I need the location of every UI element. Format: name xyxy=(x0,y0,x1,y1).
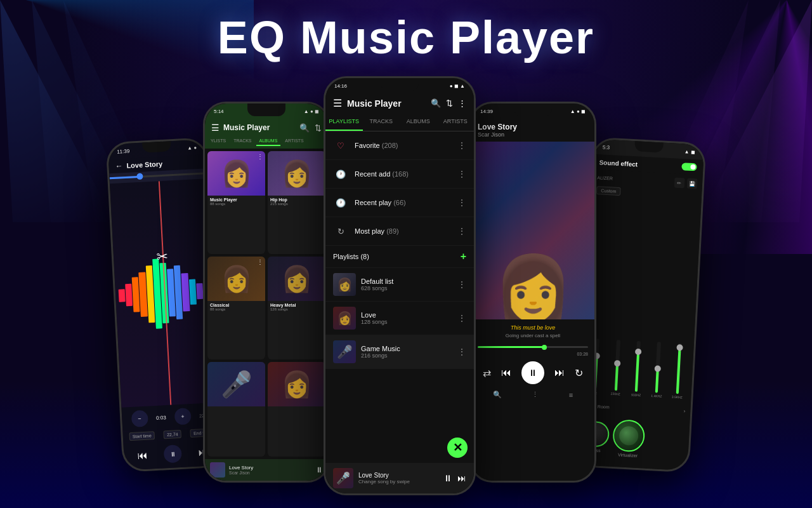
phone5-eq-save-btn[interactable]: 💾 xyxy=(687,178,698,189)
phone4-artwork: 👩 xyxy=(471,142,594,319)
eq-band-2-slider[interactable] xyxy=(613,340,620,391)
phone1-skip-prev[interactable]: ⏮ xyxy=(137,450,148,462)
eq-band-5-thumb[interactable] xyxy=(676,344,683,351)
phone2-sort-icon[interactable]: ⇅ xyxy=(315,123,322,133)
phone3-tab-albums[interactable]: ALBUMS xyxy=(400,113,437,131)
phone3-next-btn[interactable]: ⏭ xyxy=(457,473,466,483)
phone3-more-icon[interactable]: ⋮ xyxy=(458,98,466,108)
playlist-menu-gamemusic[interactable]: ⋮ xyxy=(457,347,466,357)
phone3-bottom-sub: Change song by swipe xyxy=(358,479,438,485)
phone5-eq-actions: ✏ 💾 xyxy=(674,178,698,189)
phone4-next-btn[interactable]: ⏭ xyxy=(554,367,565,378)
album-card-hiphop[interactable]: 👩 Hip Hop 215 songs xyxy=(268,151,325,254)
recent-add-menu[interactable]: ⋮ xyxy=(457,169,466,179)
list-item-recent-play[interactable]: 🕐 Recent play (66) ⋮ xyxy=(325,189,474,217)
phone5-toggle[interactable] xyxy=(681,163,697,171)
phone3-tab-tracks[interactable]: TRACKS xyxy=(363,113,400,131)
playlist-menu-love[interactable]: ⋮ xyxy=(457,313,466,323)
phone1-minus-btn[interactable]: − xyxy=(131,410,148,427)
favorite-menu[interactable]: ⋮ xyxy=(457,140,466,150)
album-thumb-6: 👩 xyxy=(268,362,325,406)
phone3-sort-icon[interactable]: ⇅ xyxy=(446,98,453,108)
album-card-classical[interactable]: 👩 Classical 88 songs ⋮ xyxy=(207,257,265,359)
phone3-pause-btn[interactable]: ⏸ xyxy=(443,473,452,483)
album-card-5[interactable]: 🎤 xyxy=(207,362,265,457)
phone5-bands: Hz 230HZ xyxy=(586,198,696,402)
phone2-tab-tracks[interactable]: TRACKS xyxy=(230,137,254,146)
phone5-notch xyxy=(634,141,664,152)
phone2-np-play-btn[interactable]: ⏸ xyxy=(315,465,323,474)
playlist-item-love[interactable]: 👩 Love 128 songs ⋮ xyxy=(325,302,474,335)
wave-bar xyxy=(181,273,190,311)
playlists-add-btn[interactable]: + xyxy=(461,251,466,262)
phone3-time: 14:16 xyxy=(334,83,347,89)
phone3-tab-playlists[interactable]: PLAYLISTS xyxy=(325,113,363,131)
phone4-shuffle-icon[interactable]: ⇄ xyxy=(483,367,491,379)
recent-play-menu[interactable]: ⋮ xyxy=(457,197,466,208)
phone1-pause-btn[interactable]: ⏸ xyxy=(164,444,182,463)
phone2-header: ☰ Music Player 🔍 ⇅ xyxy=(205,119,328,137)
phone5-virt-knob[interactable] xyxy=(612,419,646,453)
phone2-album-grid: 👩 Music Player 88 songs ⋮ 👩 Hip Hop xyxy=(205,149,328,459)
list-item-most-play[interactable]: ↻ Most play (89) ⋮ xyxy=(325,217,474,246)
playlist-menu-default[interactable]: ⋮ xyxy=(457,279,466,290)
phone4-progress[interactable] xyxy=(471,344,594,351)
eq-band-5-label: 3.5KHZ xyxy=(672,395,683,399)
phone2-now-playing: Love Story Scar Jison ⏸ xyxy=(205,459,328,481)
phone4-prev-btn[interactable]: ⏮ xyxy=(501,367,511,378)
album-thumb-5: 🎤 xyxy=(207,362,265,406)
phone5-eq-edit-btn[interactable]: ✏ xyxy=(674,178,685,189)
phones-container: 11:39 ▲ ● ← Love Story xyxy=(0,76,812,495)
phone3-fab[interactable]: ✕ xyxy=(447,438,468,458)
playlist-item-gamemusic[interactable]: 🎤 Game Music 216 songs ⋮ xyxy=(325,335,474,369)
eq-band-3-slider[interactable] xyxy=(634,341,641,392)
phone4-icons: ▲ ● ◼ xyxy=(570,109,586,114)
album-menu-music-player[interactable]: ⋮ xyxy=(257,153,263,160)
phone1-timeline-played xyxy=(109,176,138,179)
phone1-start-btn[interactable]: Start time xyxy=(129,431,155,441)
phone3-tab-artists[interactable]: ARTISTS xyxy=(437,113,475,131)
phone5-eq-section: ALIZER ✏ 💾 Custom xyxy=(580,170,703,406)
phone4-more-icon[interactable]: ⋮ xyxy=(532,391,539,399)
favorite-icon: ♡ xyxy=(333,138,348,153)
eq-band-3-thumb[interactable] xyxy=(635,349,642,356)
phone4-repeat-icon[interactable]: ↻ xyxy=(575,367,583,379)
phone2-search-icon[interactable]: 🔍 xyxy=(299,123,310,133)
playlist-thumb-love: 👩 xyxy=(333,307,356,330)
phone5-virt-inner xyxy=(619,426,639,446)
album-card-music-player[interactable]: 👩 Music Player 88 songs ⋮ xyxy=(207,151,265,254)
phone1-timeline-thumb[interactable] xyxy=(136,173,143,180)
eq-band-5-slider[interactable] xyxy=(676,343,682,394)
phone3-menu-icon[interactable]: ☰ xyxy=(333,97,342,109)
phone4-progress-thumb[interactable] xyxy=(542,345,547,350)
album-menu-classical[interactable]: ⋮ xyxy=(257,258,263,265)
phone5-preset[interactable]: Custom xyxy=(596,186,621,196)
list-item-favorite[interactable]: ♡ Favorite (208) ⋮ xyxy=(325,131,474,160)
phone4-header: Love Story Scar Jison xyxy=(471,119,594,142)
phone2-tab-albums[interactable]: ALBUMS xyxy=(256,137,281,146)
phone1-plus-btn[interactable]: + xyxy=(174,408,191,425)
eq-band-4-thumb[interactable] xyxy=(655,365,662,372)
eq-band-4: 1.4KHZ xyxy=(648,342,669,398)
phone4-playlist-icon[interactable]: ≡ xyxy=(569,391,573,399)
playlist-item-default[interactable]: 👩 Default list 628 songs ⋮ xyxy=(325,268,474,302)
album-card-6[interactable]: 👩 xyxy=(268,362,325,457)
phone3-search-icon[interactable]: 🔍 xyxy=(431,98,441,108)
phone3-bottom-bar: 🎤 Love Story Change song by swipe ⏸ ⏭ xyxy=(325,463,474,493)
phone2-notch xyxy=(247,104,285,116)
phone1-back-btn[interactable]: ← xyxy=(115,161,123,171)
list-item-recent-add[interactable]: 🕐 Recent add (168) ⋮ xyxy=(325,160,474,189)
phone4-lyric-line2: Going under cast a spell xyxy=(478,333,588,338)
phone2-tab-playlists[interactable]: YLISTS xyxy=(207,137,229,146)
phone4-play-btn[interactable]: ⏸ xyxy=(521,361,544,384)
most-play-menu[interactable]: ⋮ xyxy=(457,226,466,236)
eq-band-4-slider[interactable] xyxy=(655,342,661,392)
phone2-tab-artists[interactable]: ARTISTS xyxy=(282,137,306,146)
phone3-icons: ● ◼ ▲ xyxy=(450,83,465,89)
phone5-reverb-chevron[interactable]: › xyxy=(683,408,685,414)
album-card-heavymetal[interactable]: 👩 Heavy Metal 126 songs xyxy=(268,257,325,359)
eq-band-2-thumb[interactable] xyxy=(613,360,620,367)
phone2-menu-icon[interactable]: ☰ xyxy=(211,123,219,133)
phone4-zoom-icon[interactable]: 🔍 xyxy=(493,391,502,399)
playlist-count-gamemusic: 216 songs xyxy=(361,352,452,359)
